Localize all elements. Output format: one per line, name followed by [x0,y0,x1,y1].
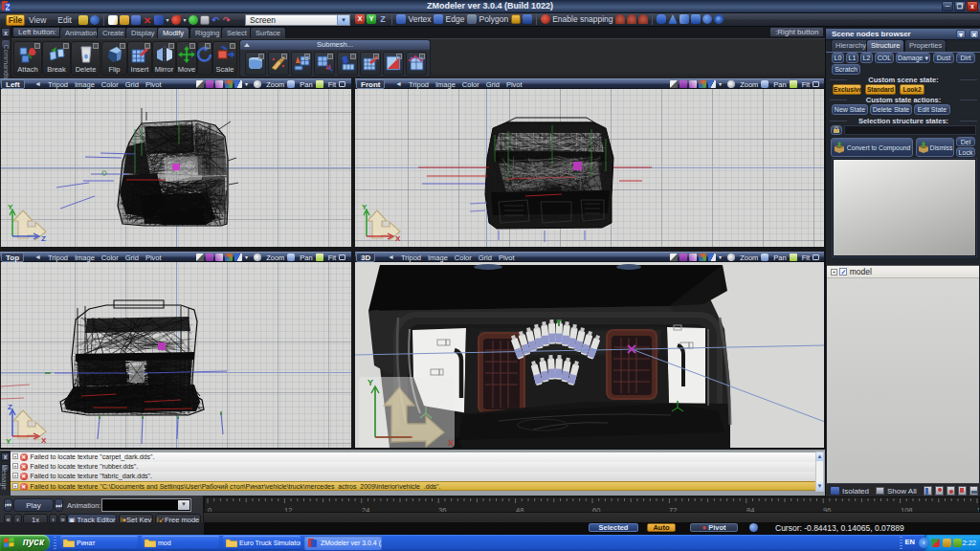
svg-text:X: X [41,436,47,445]
svg-text:Y: Y [368,378,373,387]
svg-text:X: X [395,234,401,243]
svg-text:Y: Y [8,203,13,211]
svg-text:Z: Z [41,234,46,243]
svg-text:X: X [448,438,454,448]
svg-text:Z: Z [8,403,12,411]
svg-text:Y: Y [6,437,11,445]
svg-text:Y: Y [362,203,368,211]
